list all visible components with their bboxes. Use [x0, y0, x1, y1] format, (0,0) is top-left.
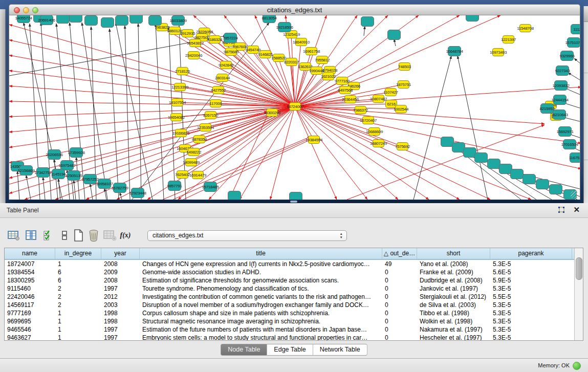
- network-node-yellow[interactable]: 1221397: [503, 35, 514, 43]
- network-node-teal[interactable]: 12444154: [553, 95, 567, 105]
- network-window-titlebar[interactable]: citations_edges.txt: [9, 4, 580, 15]
- network-node-teal[interactable]: 9857791: [168, 181, 181, 191]
- table-row[interactable]: 1938455462009Genome-wide association stu…: [5, 268, 575, 276]
- network-node-yellow[interactable]: 10688609: [368, 127, 380, 136]
- table-cell[interactable]: 5.9E-5: [490, 276, 572, 285]
- column-header[interactable]: short: [417, 248, 490, 259]
- network-node-yellow[interactable]: 2718126: [177, 67, 188, 75]
- table-cell[interactable]: 18724007: [5, 260, 55, 268]
- network-node-yellow[interactable]: 9146821: [259, 50, 271, 58]
- table-cell[interactable]: 6: [55, 268, 101, 276]
- column-header[interactable]: name: [5, 248, 55, 259]
- network-node-teal[interactable]: 9227343: [556, 65, 569, 76]
- network-node-yellow[interactable]: 7986372: [355, 106, 366, 114]
- network-node-yellow[interactable]: 1002544: [395, 105, 407, 113]
- table-cell[interactable]: Genome-wide association studies in ADHD.: [140, 268, 382, 276]
- row-height-icon[interactable]: [58, 229, 71, 242]
- network-node-teal[interactable]: [474, 152, 488, 163]
- table-cell[interactable]: 9115460: [5, 285, 55, 293]
- network-node-teal[interactable]: [84, 15, 98, 26]
- network-node-yellow[interactable]: 8912935: [182, 29, 193, 37]
- table-cell[interactable]: 2008: [101, 260, 140, 268]
- table-row[interactable]: 946554611997Estimation of the future num…: [5, 325, 575, 334]
- network-node-yellow[interactable]: 16914479: [192, 171, 204, 179]
- table-cell[interactable]: 5.3E-5: [490, 309, 572, 317]
- table-cell[interactable]: Structural magnetic resonance image aver…: [140, 317, 382, 325]
- table-cell[interactable]: 9463627: [5, 334, 55, 340]
- delete-table-icon[interactable]: [87, 229, 100, 242]
- table-cell[interactable]: 0: [382, 293, 417, 301]
- network-node-yellow[interactable]: 7955812: [316, 56, 328, 64]
- table-cell[interactable]: Estimation of significance thresholds fo…: [140, 276, 382, 285]
- table-cell[interactable]: 9777169: [5, 309, 55, 317]
- table-cell[interactable]: 5.3E-5: [490, 325, 572, 334]
- network-node-teal[interactable]: [387, 30, 401, 40]
- table-cell[interactable]: Tourette syndrome. Phenomenology and cla…: [140, 285, 382, 293]
- network-node-yellow[interactable]: 9242848: [220, 61, 232, 69]
- network-node-yellow[interactable]: 12353594: [200, 123, 211, 132]
- table-cell[interactable]: 14569117: [5, 301, 55, 309]
- close-panel-icon[interactable]: ✕: [573, 206, 580, 214]
- table-settings-icon[interactable]: [7, 229, 20, 242]
- table-cell[interactable]: Jankovic et al. (1997): [417, 285, 490, 293]
- table-cell[interactable]: 1998: [101, 309, 140, 317]
- table-cell[interactable]: 2008: [101, 276, 140, 285]
- network-node-teal[interactable]: 17957253: [83, 174, 97, 184]
- table-cell[interactable]: 0: [382, 285, 417, 293]
- network-node-yellow[interactable]: 19654082: [170, 113, 182, 121]
- table-cell[interactable]: 0: [382, 309, 417, 317]
- network-node-teal[interactable]: 17359928: [70, 147, 83, 158]
- network-node-teal[interactable]: 9329966: [560, 51, 574, 61]
- network-node-teal[interactable]: [115, 15, 128, 26]
- table-cell[interactable]: 2: [55, 293, 101, 301]
- network-node-yellow[interactable]: 8427552: [212, 86, 224, 94]
- network-node-teal[interactable]: [148, 15, 162, 26]
- table-cell[interactable]: 18300295: [5, 276, 55, 285]
- network-node-teal[interactable]: 1145194: [52, 169, 65, 179]
- table-cell[interactable]: 9699695: [5, 317, 55, 325]
- table-cell[interactable]: Franke et al. (2009): [417, 268, 490, 276]
- network-node-yellow[interactable]: 8454749: [247, 46, 259, 54]
- show-columns-icon[interactable]: [25, 229, 38, 242]
- network-node-yellow[interactable]: 19166825: [175, 129, 187, 137]
- network-node-yellow[interactable]: 18640910: [295, 38, 307, 46]
- table-cell[interactable]: 19384554: [5, 268, 55, 276]
- network-node-yellow[interactable]: 11548708: [519, 24, 531, 32]
- table-cell[interactable]: 2012: [101, 293, 140, 301]
- table-cell[interactable]: Dudbridge et al. (2008): [417, 276, 490, 285]
- network-node-teal[interactable]: 16782759: [113, 183, 126, 193]
- network-node-yellow[interactable]: 18300295: [266, 108, 278, 117]
- table-cell[interactable]: de Silva et al. (2003): [417, 301, 490, 309]
- network-node-yellow[interactable]: 20364456: [344, 95, 356, 103]
- scrollbar-thumb[interactable]: [576, 257, 582, 280]
- network-node-yellow[interactable]: 9875685: [225, 48, 237, 56]
- network-node-teal[interactable]: 8813054: [263, 15, 276, 23]
- table-row[interactable]: 977716911998Corpus callosum shape and si…: [5, 309, 575, 317]
- table-cell[interactable]: 2: [55, 285, 101, 293]
- network-node-teal[interactable]: 12093832: [554, 80, 568, 91]
- table-cell[interactable]: 1: [55, 309, 101, 317]
- column-header[interactable]: title: [140, 248, 382, 259]
- network-node-yellow[interactable]: 8860128: [169, 27, 181, 35]
- table-cell[interactable]: 1: [55, 317, 101, 325]
- table-cell[interactable]: Yano et al. (2008): [417, 260, 490, 268]
- table-cell[interactable]: Tibbo et al. (1998): [417, 309, 490, 317]
- table-cell[interactable]: 1998: [101, 317, 140, 325]
- table-cell[interactable]: 5.3E-5: [490, 317, 572, 325]
- column-header[interactable]: pagerank: [490, 248, 572, 259]
- network-node-yellow[interactable]: 14099489: [185, 158, 197, 166]
- float-panel-icon[interactable]: [557, 206, 565, 214]
- network-node-teal[interactable]: 16958107: [98, 179, 111, 189]
- network-node-teal[interactable]: 17342757: [36, 167, 50, 178]
- network-node-teal[interactable]: 16210643: [553, 110, 566, 120]
- network-node-yellow[interactable]: 1588520: [273, 54, 285, 62]
- table-cell[interactable]: Disruption of a novel member of a sodium…: [140, 301, 382, 309]
- network-node-teal[interactable]: [536, 179, 549, 189]
- network-node-teal[interactable]: [549, 184, 562, 194]
- table-cell[interactable]: Nakamura et al. (1997): [417, 325, 490, 334]
- network-canvas[interactable]: 1872400779638228860128891293523226058982…: [9, 15, 580, 200]
- memory-status-indicator[interactable]: [573, 362, 581, 370]
- table-cell[interactable]: Estimation of the future numbers of pati…: [140, 325, 382, 334]
- table-cell[interactable]: 49: [382, 260, 417, 268]
- network-node-teal[interactable]: [522, 174, 536, 184]
